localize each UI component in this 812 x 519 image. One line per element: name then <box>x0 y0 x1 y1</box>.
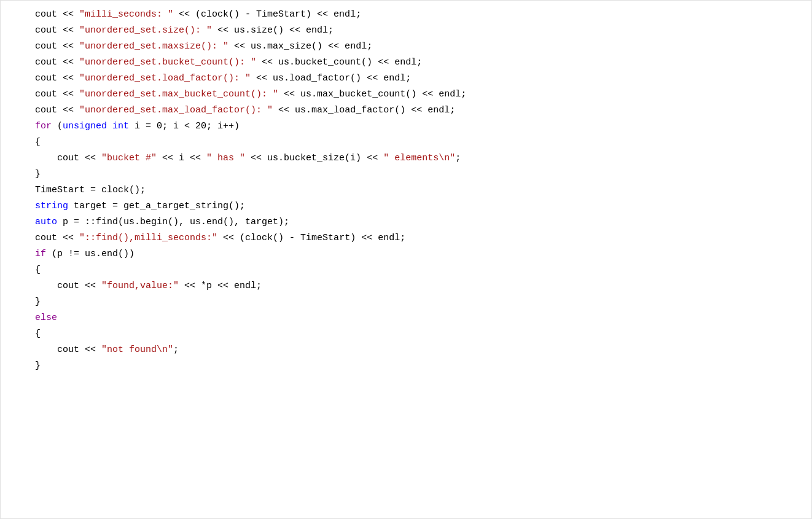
indent <box>13 343 57 357</box>
token-plain: i = 0; i < 20; i++) <box>129 119 240 134</box>
token-keyword: if <box>35 247 46 262</box>
code-container: cout << "milli_seconds: " << (clock() - … <box>0 0 812 519</box>
token-plain: << <box>57 87 79 102</box>
token-plain: << <box>79 151 101 166</box>
token-string: "unordered_set.size(): " <box>79 23 212 38</box>
token-plain: << <box>79 343 101 357</box>
token-string: "found,value:" <box>101 279 179 294</box>
token-plain: << <box>57 23 79 38</box>
token-plain: cout <box>57 151 79 166</box>
code-line: { <box>1 135 811 150</box>
token-string: "unordered_set.load_factor(): " <box>79 71 251 86</box>
token-string: " has " <box>206 151 245 166</box>
token-plain: << i << <box>157 151 206 166</box>
token-plain: cout <box>57 279 79 294</box>
indent <box>13 167 35 182</box>
token-type: int <box>112 119 129 134</box>
indent <box>13 263 35 278</box>
code-line: cout << "found,value:" << *p << endl; <box>1 278 811 294</box>
token-plain: << us.bucket_count() << endl; <box>256 55 422 70</box>
token-plain: cout <box>35 87 57 102</box>
code-line: auto p = ::find(us.begin(), us.end(), ta… <box>1 214 811 230</box>
token-plain: ; <box>455 151 461 166</box>
token-plain: cout <box>35 55 57 70</box>
code-line: cout << "unordered_set.max_load_factor()… <box>1 103 811 119</box>
indent <box>13 87 35 102</box>
token-plain: cout <box>35 231 57 246</box>
indent <box>13 151 57 166</box>
token-plain: cout <box>35 23 57 38</box>
token-plain: { <box>35 263 41 278</box>
token-plain <box>107 119 112 134</box>
token-plain: { <box>35 327 41 341</box>
token-string: " elements\n" <box>383 151 455 166</box>
indent <box>13 7 35 22</box>
indent <box>13 39 35 54</box>
token-string: "bucket #" <box>101 151 157 166</box>
token-type: string <box>35 199 68 214</box>
code-line: TimeStart = clock(); <box>1 182 811 198</box>
token-plain: ( <box>52 119 63 134</box>
token-plain: p = ::find(us.begin(), us.end(), target)… <box>57 215 289 230</box>
code-line: cout << "bucket #" << i << " has " << us… <box>1 150 811 166</box>
token-type: unsigned <box>63 119 107 134</box>
token-plain: << <box>57 7 79 22</box>
token-plain: << us.load_factor() << endl; <box>251 71 411 86</box>
token-plain: cout <box>35 103 57 118</box>
code-line: { <box>1 326 811 342</box>
indent <box>13 199 35 214</box>
code-line: cout << "unordered_set.maxsize(): " << u… <box>1 39 811 55</box>
indent <box>13 23 35 38</box>
code-line: cout << "unordered_set.bucket_count(): "… <box>1 55 811 71</box>
token-plain: cout <box>35 39 57 54</box>
token-plain: { <box>35 135 41 150</box>
token-plain: << *p << endl; <box>179 279 262 294</box>
token-keyword: for <box>35 119 52 134</box>
token-plain: << <box>57 231 79 246</box>
code-line: } <box>1 294 811 310</box>
token-plain: << <box>57 103 79 118</box>
token-plain: } <box>35 295 41 310</box>
token-string: "milli_seconds: " <box>79 7 173 22</box>
indent <box>13 247 35 262</box>
code-line: cout << "unordered_set.size(): " << us.s… <box>1 23 811 39</box>
token-plain: } <box>35 167 41 182</box>
token-plain: cout <box>35 71 57 86</box>
code-line: if (p != us.end()) <box>1 246 811 262</box>
token-plain: (p != us.end()) <box>46 247 135 262</box>
code-line: for (unsigned int i = 0; i < 20; i++) <box>1 119 811 135</box>
token-plain: cout <box>57 343 79 357</box>
code-line: else <box>1 310 811 326</box>
indent <box>13 103 35 118</box>
indent <box>13 359 35 373</box>
token-plain: } <box>35 359 41 373</box>
token-plain: << <box>57 39 79 54</box>
code-line: cout << "unordered_set.load_factor(): " … <box>1 71 811 87</box>
token-plain: << <box>57 55 79 70</box>
code-line: { <box>1 262 811 278</box>
token-plain: ; <box>173 343 179 357</box>
indent <box>13 279 57 294</box>
token-plain: target = get_a_target_string(); <box>68 199 245 214</box>
indent <box>13 71 35 86</box>
token-string: "unordered_set.max_bucket_count(): " <box>79 87 278 102</box>
indent <box>13 135 35 150</box>
code-line: cout << "milli_seconds: " << (clock() - … <box>1 7 811 23</box>
indent <box>13 215 35 230</box>
code-line: cout << "unordered_set.max_bucket_count(… <box>1 87 811 103</box>
token-string: "unordered_set.maxsize(): " <box>79 39 228 54</box>
indent <box>13 231 35 246</box>
token-plain: << us.max_bucket_count() << endl; <box>278 87 466 102</box>
token-string: "::find(),milli_seconds:" <box>79 231 217 246</box>
token-plain: << us.bucket_size(i) << <box>245 151 383 166</box>
token-keyword: else <box>35 311 57 326</box>
indent <box>13 327 35 341</box>
token-plain: << <box>79 279 101 294</box>
token-plain: << <box>57 71 79 86</box>
token-plain: << (clock() - TimeStart) << endl; <box>217 231 405 246</box>
code-line: string target = get_a_target_string(); <box>1 198 811 214</box>
code-line: cout << "::find(),milli_seconds:" << (cl… <box>1 230 811 246</box>
indent <box>13 55 35 70</box>
indent <box>13 183 35 198</box>
code-line: } <box>1 166 811 182</box>
